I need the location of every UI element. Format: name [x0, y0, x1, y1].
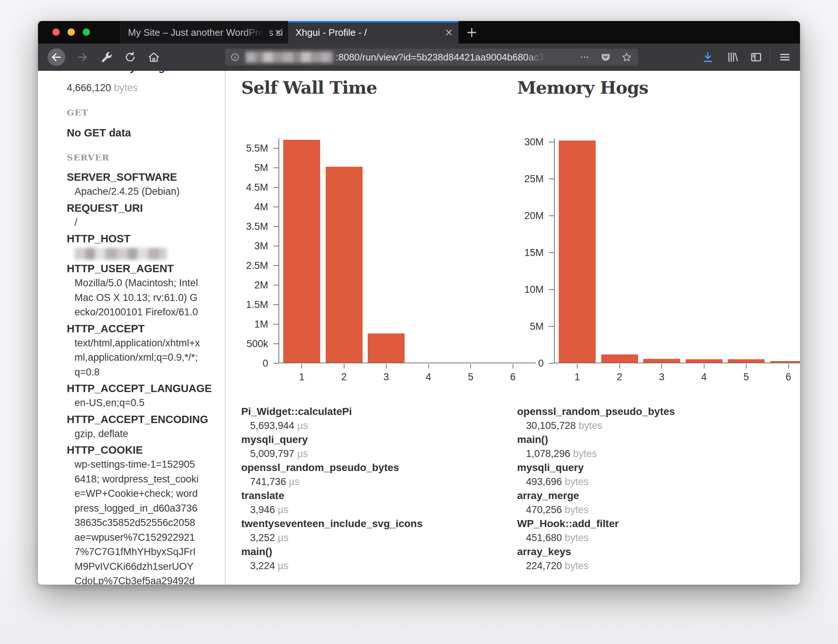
url-bar[interactable]: :8080/run/view?id=5b238d84421aa9004b680a…: [225, 49, 638, 66]
y-tick-label: 1M: [227, 317, 268, 331]
x-tick-mark: [788, 364, 789, 368]
bookmark-star-icon[interactable]: [621, 52, 632, 63]
server-value: gzip, deflate: [74, 427, 200, 442]
function-value: 30,105,728 bytes: [517, 419, 675, 433]
y-tick-label: 25M: [502, 172, 544, 186]
library-icon[interactable]: [726, 51, 739, 63]
x-tick-label: 2: [605, 370, 634, 384]
pocket-icon[interactable]: [600, 52, 611, 62]
wrench-icon[interactable]: [100, 51, 112, 63]
tab-xhgui-profile[interactable]: Xhgui - Profile - /: [288, 21, 458, 44]
x-tick-mark: [661, 364, 662, 368]
bar: [326, 167, 363, 363]
function-name: main(): [241, 545, 423, 559]
function-name: translate: [241, 489, 423, 503]
charts-area: Self Wall Time Memory Hogs 0500k1M1.5M2M…: [227, 71, 800, 585]
y-tick-label: 5M: [502, 319, 544, 334]
server-value: Mozilla/5.0 (Macintosh; Intel Mac OS X 1…: [74, 276, 200, 320]
y-tick-label: 5M: [227, 161, 268, 175]
y-tick-mark: [273, 168, 278, 168]
close-tab-icon[interactable]: [444, 27, 454, 38]
window-controls: [38, 21, 120, 44]
x-tick-label: 5: [456, 370, 485, 384]
x-tick-mark: [301, 364, 302, 368]
blurred-host-value: [74, 248, 167, 260]
bar: [368, 334, 404, 363]
y-tick-mark: [549, 289, 554, 290]
function-value: 3,946 µs: [241, 503, 423, 517]
tab-wordpress-site[interactable]: My Site – Just another WordPress si: [120, 21, 288, 44]
site-info-icon[interactable]: [230, 53, 240, 62]
function-value: 741,736 µs: [241, 475, 423, 489]
close-window-button[interactable]: [53, 28, 60, 36]
tab-title: Xhgui - Profile - /: [296, 21, 367, 44]
forward-button[interactable]: [76, 51, 89, 63]
server-section-heading: SERVER: [67, 151, 225, 164]
function-name: openssl_random_pseudo_bytes: [241, 461, 423, 475]
server-value: wp-settings-time-1=1529056418; wordpress…: [74, 457, 200, 585]
server-key: HTTP_ACCEPT_LANGUAGE: [67, 381, 225, 396]
self-wall-time-list: Pi_Widget::calculatePi5,693,944 µsmysqli…: [241, 405, 423, 573]
function-value: 3,224 µs: [241, 559, 423, 573]
x-tick-label: 2: [329, 370, 359, 384]
x-tick-mark: [386, 364, 386, 368]
back-button[interactable]: [48, 48, 65, 66]
bar: [770, 361, 800, 363]
bar: [686, 359, 723, 363]
downloads-icon[interactable]: [702, 51, 714, 63]
zoom-window-button[interactable]: [83, 28, 90, 36]
server-key: HTTP_USER_AGENT: [67, 261, 225, 276]
server-value: text/html,application/xhtml+xml,applicat…: [74, 336, 200, 380]
x-tick-mark: [577, 364, 578, 368]
y-axis-line: [278, 138, 279, 363]
home-icon[interactable]: [148, 51, 160, 63]
x-tick-label: 3: [647, 370, 677, 384]
function-value: 224,720 bytes: [517, 559, 675, 573]
x-tick-label: 1: [287, 370, 317, 384]
no-get-data-text: No GET data: [67, 125, 225, 140]
y-tick-label: 0: [502, 356, 544, 370]
memory-hogs-list: openssl_random_pseudo_bytes30,105,728 by…: [517, 405, 675, 573]
x-axis-line: [554, 363, 800, 363]
y-tick-label: 20M: [502, 209, 544, 223]
x-tick-mark: [344, 364, 345, 368]
bar: [643, 359, 680, 363]
bar: [559, 141, 596, 363]
server-value: en-US,en;q=0.5: [74, 396, 200, 411]
x-tick-label: 4: [689, 370, 719, 384]
x-tick-mark: [470, 364, 471, 368]
x-tick-label: 3: [371, 370, 401, 384]
server-value: [74, 248, 200, 260]
server-value: Apache/2.4.25 (Debian): [74, 184, 200, 199]
minimize-window-button[interactable]: [67, 28, 75, 36]
blurred-hostname: [246, 52, 334, 63]
y-tick-mark: [273, 324, 278, 325]
y-tick-label: 2.5M: [227, 259, 268, 273]
server-value: /: [74, 215, 200, 230]
self-wall-time-title: Self Wall Time: [241, 77, 377, 98]
y-tick-label: 15M: [502, 246, 544, 260]
y-tick-label: 30M: [502, 135, 544, 149]
function-name: array_merge: [517, 489, 675, 503]
y-tick-mark: [273, 343, 278, 344]
bar: [283, 140, 320, 363]
new-tab-button[interactable]: [465, 26, 478, 39]
y-tick-mark: [273, 304, 278, 305]
server-key: HTTP_HOST: [67, 231, 225, 246]
y-tick-mark: [549, 252, 554, 253]
bar: [601, 355, 638, 363]
memory-hogs-chart: 05M10M15M20M25M30M123456: [554, 138, 800, 363]
page-actions-icon[interactable]: [580, 53, 590, 62]
reload-icon[interactable]: [124, 51, 136, 63]
function-name: Pi_Widget::calculatePi: [241, 405, 423, 419]
close-tab-icon[interactable]: [273, 27, 284, 38]
menu-hamburger-icon[interactable]: [779, 51, 791, 63]
y-tick-mark: [549, 141, 554, 142]
sidebar-toggle-icon[interactable]: [750, 51, 762, 63]
y-tick-label: 4.5M: [227, 181, 268, 194]
y-tick-label: 5.5M: [227, 141, 268, 155]
y-axis-line: [554, 138, 555, 363]
memory-usage-value: 4,666,120 bytes: [67, 80, 225, 95]
tab-bar: My Site – Just another WordPress si Xhgu…: [38, 21, 800, 44]
server-key: HTTP_ACCEPT: [67, 321, 225, 336]
